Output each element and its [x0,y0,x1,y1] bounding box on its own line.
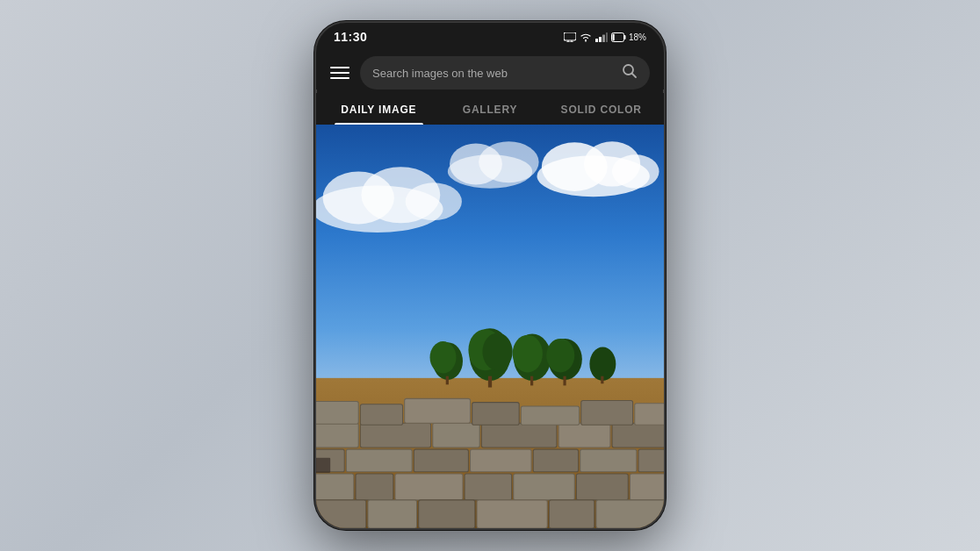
svg-rect-46 [612,423,664,447]
svg-rect-62 [368,500,417,528]
svg-point-34 [546,339,574,373]
search-placeholder: Search images on the web [372,67,622,80]
svg-rect-40 [601,376,603,384]
svg-rect-71 [521,406,579,425]
tabs-navigation: DAILY IMAGE GALLERY SOLID COLOR [316,93,664,125]
menu-button[interactable] [330,67,349,79]
svg-rect-61 [316,500,366,528]
svg-rect-4 [595,39,598,42]
status-bar: 11:30 [316,23,664,49]
svg-point-28 [482,333,512,370]
svg-point-17 [612,154,659,189]
signal-icon [595,32,608,42]
svg-point-21 [406,182,462,220]
svg-rect-59 [576,474,628,500]
menu-line-2 [330,72,349,74]
svg-rect-56 [395,474,463,500]
battery-icon [611,32,627,42]
svg-rect-5 [599,37,602,42]
svg-rect-72 [581,401,633,426]
svg-rect-51 [533,449,578,472]
search-box[interactable]: Search images on the web [360,56,650,89]
svg-rect-70 [472,403,519,426]
svg-rect-63 [419,500,475,528]
svg-point-37 [430,341,457,373]
phone-device: 11:30 [314,21,666,530]
tab-solid-color[interactable]: SOLID COLOR [545,93,657,125]
svg-rect-66 [596,500,664,528]
svg-rect-55 [356,474,393,500]
svg-rect-73 [635,404,664,426]
display-icon [564,32,576,42]
svg-line-12 [632,74,637,78]
wallpaper-image-area [316,125,664,528]
svg-rect-6 [602,34,605,42]
svg-rect-64 [477,500,547,528]
svg-rect-52 [580,449,637,472]
svg-rect-38 [446,376,449,385]
svg-rect-67 [316,402,358,425]
svg-rect-43 [433,423,479,447]
status-icons: 18% [564,32,646,42]
svg-rect-32 [530,376,533,386]
svg-rect-48 [346,449,412,472]
svg-point-31 [513,335,543,373]
svg-rect-29 [488,376,492,388]
svg-rect-41 [316,423,358,447]
wifi-icon [580,32,592,42]
svg-rect-35 [563,376,566,386]
svg-rect-7 [606,32,608,42]
svg-point-24 [479,141,538,182]
svg-rect-45 [558,423,610,447]
menu-line-1 [330,67,349,68]
menu-line-3 [330,77,349,79]
svg-rect-57 [465,474,511,500]
svg-rect-60 [630,474,664,500]
svg-rect-68 [360,404,402,426]
svg-rect-49 [414,449,468,472]
tab-gallery[interactable]: GALLERY [435,93,546,125]
svg-rect-50 [471,449,532,472]
svg-rect-0 [564,32,576,40]
svg-rect-65 [549,500,594,528]
svg-rect-44 [481,423,557,447]
svg-rect-74 [316,458,330,473]
svg-rect-9 [612,33,614,40]
status-time: 11:30 [334,30,367,44]
svg-rect-42 [360,423,430,447]
battery-percentage: 18% [629,32,646,42]
svg-rect-58 [514,474,575,500]
battery-indicator: 18% [611,32,646,42]
svg-rect-69 [405,398,471,423]
svg-rect-10 [623,35,625,39]
svg-rect-53 [638,449,664,472]
search-area: Search images on the web [316,49,664,89]
svg-rect-54 [316,474,354,500]
wallpaper-scene [316,125,664,528]
svg-point-39 [589,347,616,382]
search-icon[interactable] [622,63,638,82]
tab-daily-image[interactable]: DAILY IMAGE [323,93,435,125]
